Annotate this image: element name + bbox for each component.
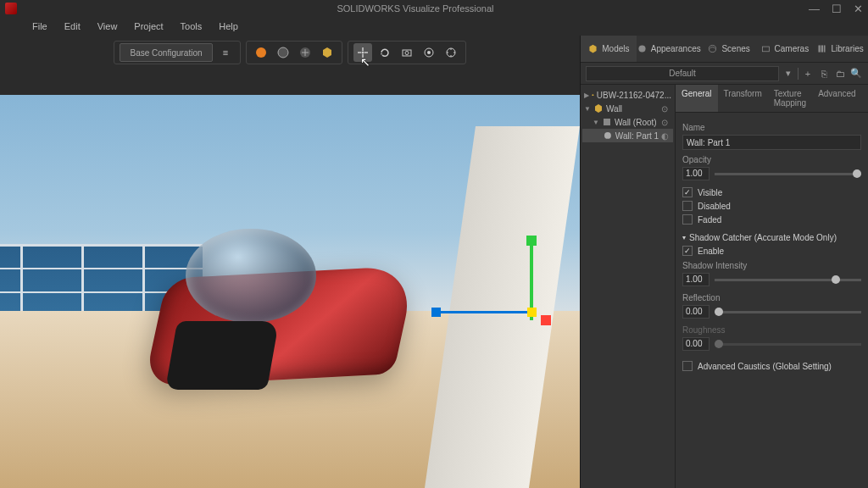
render-cube-icon[interactable]	[318, 43, 337, 62]
tab-models[interactable]: Models	[581, 36, 637, 62]
gizmo-center[interactable]	[527, 308, 537, 317]
shadow-intensity-slider-row: 1.00	[682, 273, 861, 286]
config-list-icon[interactable]: ≡	[216, 43, 235, 62]
svg-point-1	[278, 47, 288, 58]
property-body: Name Opacity 1.00 Visible Disabled	[676, 113, 868, 380]
svg-point-16	[604, 132, 611, 139]
tab-cameras[interactable]: Cameras	[756, 36, 812, 62]
disabled-row[interactable]: Disabled	[682, 201, 861, 211]
opacity-slider[interactable]	[715, 173, 861, 175]
preset-row: Default ▾ + ⎘ 🗀 🔍	[581, 63, 868, 85]
render-preview-icon[interactable]	[252, 43, 270, 62]
denoiser-icon[interactable]	[420, 43, 438, 62]
shadow-intensity-value[interactable]: 1.00	[682, 273, 709, 286]
prop-tab-advanced[interactable]: Advanced	[812, 85, 861, 112]
svg-rect-11	[762, 47, 769, 52]
visibility-icon[interactable]: ⊙	[661, 118, 671, 127]
disabled-label: Disabled	[698, 202, 731, 211]
maximize-button[interactable]: ☐	[832, 3, 842, 15]
roughness-slider-row: 0.00	[682, 337, 861, 351]
import-icon[interactable]: ⎘	[817, 67, 831, 80]
tree-item-wall-root[interactable]: ▼ Wall (Root) ⊙	[582, 115, 673, 129]
tab-scenes[interactable]: Scenes	[701, 36, 757, 62]
roughness-label: Roughness	[682, 325, 861, 335]
visible-row[interactable]: Visible	[682, 187, 861, 197]
disabled-checkbox[interactable]	[682, 201, 693, 211]
menu-tools[interactable]: Tools	[174, 19, 209, 33]
reflection-slider-row: 0.00	[682, 305, 861, 319]
reflection-slider[interactable]	[715, 311, 861, 313]
faded-checkbox[interactable]	[682, 214, 693, 225]
preset-dropdown-icon[interactable]: ▾	[782, 67, 795, 80]
visibility-icon[interactable]: ⊙	[661, 104, 671, 114]
name-field[interactable]	[682, 135, 861, 150]
app-title: SOLIDWORKS Visualize Professional	[22, 3, 809, 14]
reflection-value[interactable]: 0.00	[682, 305, 709, 319]
right-panel: Models Appearances Scenes Cameras Librar…	[580, 36, 868, 488]
search-icon[interactable]: 🔍	[849, 67, 863, 80]
render-fast-icon[interactable]	[274, 43, 292, 62]
configuration-select[interactable]: Base Configuration	[120, 43, 213, 62]
menubar: File Edit View Project Tools Help	[0, 17, 868, 36]
menu-file[interactable]: File	[25, 19, 54, 33]
minimize-button[interactable]: —	[809, 3, 820, 15]
menu-edit[interactable]: Edit	[58, 19, 87, 33]
folder-icon[interactable]: 🗀	[833, 67, 847, 80]
tree-item-wall[interactable]: ▼ Wall ⊙	[582, 102, 673, 115]
tab-libraries[interactable]: Libraries	[812, 36, 868, 62]
prop-tab-texture[interactable]: Texture Mapping	[768, 85, 812, 112]
shadow-intensity-slider[interactable]	[715, 279, 861, 281]
shadow-section-header[interactable]: ▾ Shadow Catcher (Accurate Mode Only)	[682, 233, 861, 242]
tab-appearances[interactable]: Appearances	[637, 36, 701, 62]
visible-checkbox[interactable]	[682, 187, 693, 197]
caustics-checkbox[interactable]	[682, 361, 693, 371]
appearance-icon[interactable]: ◐	[661, 131, 671, 141]
render-icon[interactable]	[442, 43, 460, 62]
prop-tab-physics[interactable]: Physics	[862, 85, 868, 112]
opacity-value[interactable]: 1.00	[682, 167, 709, 180]
menu-project[interactable]: Project	[127, 19, 170, 33]
svg-rect-14	[824, 45, 826, 52]
faded-label: Faded	[698, 215, 721, 225]
reflection-label: Reflection	[682, 293, 861, 302]
svg-point-0	[256, 47, 266, 58]
enable-label: Enable	[698, 247, 724, 256]
tree-item-ubw[interactable]: ▶ UBW-21162-0472...	[582, 88, 673, 102]
enable-row[interactable]: Enable	[682, 246, 861, 256]
preset-select[interactable]: Default	[586, 66, 779, 81]
gizmo-x-axis[interactable]	[440, 311, 533, 313]
opacity-label: Opacity	[682, 155, 861, 164]
faded-row[interactable]: Faded	[682, 214, 861, 225]
enable-checkbox[interactable]	[682, 246, 693, 256]
properties-panel: General Transform Texture Mapping Advanc…	[676, 85, 868, 488]
menu-help[interactable]: Help	[212, 19, 245, 33]
add-icon[interactable]: +	[801, 67, 815, 80]
part-icon	[602, 117, 612, 127]
gizmo-z-axis[interactable]	[541, 315, 551, 325]
menu-view[interactable]: View	[91, 19, 125, 33]
titlebar: SOLIDWORKS Visualize Professional — ☐ ✕	[0, 0, 868, 17]
rotate-tool-icon[interactable]	[376, 43, 394, 62]
model-tree: ▶ UBW-21162-0472... ▼ Wall ⊙ ▼ Wall (Roo…	[581, 85, 676, 488]
visible-label: Visible	[698, 188, 722, 197]
prop-tab-general[interactable]: General	[676, 85, 718, 112]
tree-item-label: UBW-21162-0472...	[597, 91, 671, 100]
opacity-slider-row: 1.00	[682, 167, 861, 180]
tree-item-wall-part1[interactable]: Wall: Part 1 ◐	[582, 129, 673, 142]
viewport-3d[interactable]	[0, 95, 580, 488]
camera-tool-icon[interactable]	[398, 43, 416, 62]
config-group: Base Configuration ≡	[114, 41, 241, 64]
render-accurate-icon[interactable]	[296, 43, 314, 62]
svg-point-5	[405, 52, 409, 55]
panel-body: ▶ UBW-21162-0472... ▼ Wall ⊙ ▼ Wall (Roo…	[581, 85, 868, 488]
close-button[interactable]: ✕	[854, 3, 863, 15]
vehicle-canopy	[186, 229, 316, 323]
svg-point-3	[362, 52, 364, 54]
scene-vehicle	[127, 213, 417, 409]
cube-icon	[592, 90, 594, 100]
prop-tab-transform[interactable]: Transform	[718, 85, 768, 112]
caustics-row[interactable]: Advanced Caustics (Global Setting)	[682, 361, 861, 371]
render-mode-group	[246, 41, 342, 64]
sphere-icon	[603, 130, 613, 141]
roughness-value: 0.00	[682, 337, 709, 351]
